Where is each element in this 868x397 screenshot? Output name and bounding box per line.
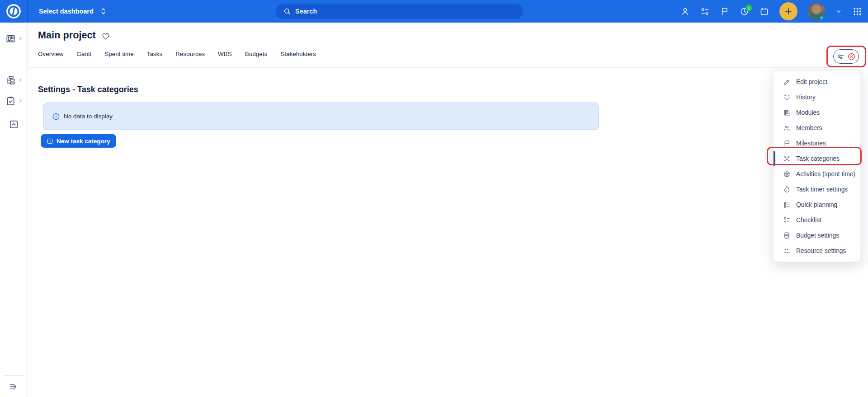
active-item-indicator [774,151,775,166]
task-categories-icon [783,155,791,163]
time-tracking-icon[interactable]: 1 [740,7,749,16]
avatar[interactable] [808,3,825,20]
sidebar [0,23,28,397]
new-task-category-label: New task category [57,138,110,145]
menu-item-quick-planning[interactable]: Quick planning [774,197,860,212]
topbar-actions: 1 [680,0,863,23]
menu-item-checklist[interactable]: Checklist [774,212,860,228]
page-title: Main project [38,30,96,41]
menu-item-label: Resource settings [796,248,846,254]
dashboard-selector-label: Select dashboard [39,8,94,15]
menu-item-label: Modules [796,109,820,116]
tab-stakeholders[interactable]: Stakeholders [280,51,316,60]
search-icon [283,7,291,15]
sidebar-expand-button[interactable] [4,375,24,397]
project-tabs: Overview Gantt Spent time Tasks Resource… [38,51,316,60]
menu-item-budget-settings[interactable]: Budget settings [774,228,860,243]
history-icon [783,93,791,101]
new-task-category-button[interactable]: New task category [41,134,116,148]
logo-icon [6,4,21,19]
project-settings-button-group[interactable] [833,49,859,64]
alert-text: No data to display [64,113,113,120]
apps-grid-icon[interactable] [852,6,863,17]
tab-overview[interactable]: Overview [38,51,63,60]
menu-item-modules[interactable]: Modules [774,105,860,120]
info-icon [52,112,60,121]
sidebar-item-collapse[interactable] [0,115,28,133]
menu-item-label: Members [796,125,822,131]
menu-item-label: Task timer settings [796,186,848,193]
updown-chevrons-icon [100,7,107,15]
stopwatch-icon [783,186,791,193]
page-header: Main project Overview Gantt Spent time T… [28,23,868,68]
menu-item-task-timer-settings[interactable]: Task timer settings [774,182,860,197]
checklist-icon [783,216,791,224]
topbar: Select dashboard [0,0,868,23]
chevron-right-icon [18,98,23,103]
close-circle-icon[interactable] [847,52,856,61]
menu-item-task-categories[interactable]: Task categories [774,151,860,166]
menu-item-history[interactable]: History [774,89,860,105]
menu-item-label: Budget settings [796,232,839,239]
project-settings-menu: Edit project History Modules [773,70,861,262]
tab-wbs[interactable]: WBS [218,51,232,60]
tab-resources[interactable]: Resources [175,51,205,60]
main-content: Settings - Task categories No data to di… [28,68,868,397]
collapse-box-icon [9,119,19,130]
menu-item-resource-settings[interactable]: Resource settings [774,243,860,258]
favorite-heart-icon[interactable] [101,32,110,41]
plus-icon [783,6,793,16]
sidebar-item-projects[interactable] [0,71,28,89]
menu-item-members[interactable]: Members [774,120,860,135]
chevron-right-icon [18,78,23,82]
user-profile-icon[interactable] [680,7,690,16]
chevron-down-icon[interactable] [835,8,842,14]
tab-gantt[interactable]: Gantt [76,51,91,60]
search-bar[interactable] [276,4,523,19]
menu-item-label: History [796,94,816,101]
plus-square-icon [47,138,53,145]
menu-item-activities-spent-time[interactable]: Activities (spent time) [774,166,860,182]
menu-item-label: Quick planning [796,201,837,208]
menu-item-milestones[interactable]: Milestones [774,135,860,151]
activities-wheel-icon [783,170,791,178]
tasks-clipboard-icon [5,96,16,106]
resource-lines-icon [783,247,791,255]
notification-badge: 1 [745,5,752,11]
menu-item-label: Edit project [796,79,827,85]
search-input[interactable] [295,8,485,15]
pencil-icon [783,78,791,86]
flag-icon[interactable] [720,7,729,16]
menu-item-label: Activities (spent time) [796,171,855,177]
online-status-dot [819,15,824,20]
expand-sidebar-icon [9,382,19,392]
tab-tasks[interactable]: Tasks [147,51,163,60]
no-data-alert: No data to display [43,103,599,130]
app-logo[interactable] [0,0,28,23]
quick-planning-icon [783,201,791,209]
calendar-icon[interactable] [760,7,769,16]
modules-icon [783,109,791,117]
chevron-right-icon [18,36,23,41]
menu-item-label: Milestones [796,140,826,147]
milestone-flag-icon [783,140,791,147]
dashboard-icon [5,33,16,44]
members-icon [783,124,791,132]
tab-spent-time[interactable]: Spent time [104,51,134,60]
budget-database-icon [783,232,791,239]
sidebar-item-tasks[interactable] [0,92,28,110]
create-new-button[interactable] [779,2,797,20]
settings-sliders-icon[interactable] [836,52,845,61]
menu-item-edit-project[interactable]: Edit project [774,74,860,89]
settings-heading: Settings - Task categories [38,85,138,94]
quick-tasks-icon[interactable] [700,7,710,16]
menu-item-label: Task categories [796,155,840,162]
sidebar-item-dashboards[interactable] [0,29,28,47]
tab-budgets[interactable]: Budgets [245,51,268,60]
projects-tree-icon [5,75,16,85]
dashboard-selector[interactable]: Select dashboard [39,7,107,15]
menu-item-label: Checklist [796,217,821,224]
